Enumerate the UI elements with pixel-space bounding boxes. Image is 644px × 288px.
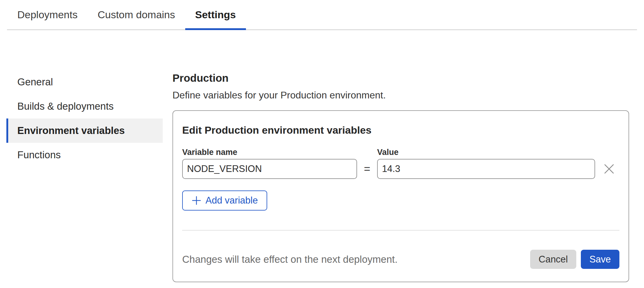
card-footer: Changes will take effect on the next dep… bbox=[182, 250, 619, 269]
value-label: Value bbox=[377, 148, 399, 156]
add-variable-label: Add variable bbox=[206, 195, 258, 206]
footer-actions: Cancel Save bbox=[530, 250, 619, 269]
main-panel: Production Define variables for your Pro… bbox=[172, 70, 629, 282]
tab-deployments[interactable]: Deployments bbox=[7, 0, 87, 29]
sidebar-item-general[interactable]: General bbox=[6, 70, 163, 94]
card-divider bbox=[182, 230, 619, 231]
sidebar-item-builds-deployments[interactable]: Builds & deployments bbox=[6, 94, 163, 118]
page-description: Define variables for your Production env… bbox=[172, 89, 629, 101]
card-title: Edit Production environment variables bbox=[182, 124, 619, 136]
tab-custom-domains[interactable]: Custom domains bbox=[87, 0, 185, 29]
variable-name-input[interactable] bbox=[182, 159, 357, 179]
close-icon bbox=[604, 163, 615, 174]
deployment-note: Changes will take effect on the next dep… bbox=[182, 254, 397, 265]
settings-content: General Builds & deployments Environment… bbox=[0, 70, 644, 282]
tab-settings[interactable]: Settings bbox=[185, 0, 246, 29]
plus-icon bbox=[192, 196, 201, 205]
environment-variables-card: Edit Production environment variables Va… bbox=[172, 110, 629, 282]
equals-sign: = bbox=[357, 163, 377, 175]
page-title: Production bbox=[172, 72, 629, 84]
labels-spacer bbox=[357, 148, 377, 156]
tab-bar: Deployments Custom domains Settings bbox=[7, 0, 637, 30]
variable-row: = bbox=[182, 159, 619, 179]
add-variable-button[interactable]: Add variable bbox=[182, 190, 267, 211]
remove-variable-button[interactable] bbox=[602, 162, 616, 176]
cancel-button[interactable]: Cancel bbox=[530, 250, 576, 269]
sidebar-item-functions[interactable]: Functions bbox=[6, 143, 163, 167]
field-labels-row: Variable name Value bbox=[182, 148, 619, 156]
settings-sidebar: General Builds & deployments Environment… bbox=[0, 70, 172, 282]
value-input[interactable] bbox=[377, 159, 595, 179]
save-button[interactable]: Save bbox=[581, 250, 619, 269]
sidebar-item-environment-variables[interactable]: Environment variables bbox=[6, 118, 163, 143]
variable-name-label: Variable name bbox=[182, 148, 357, 156]
